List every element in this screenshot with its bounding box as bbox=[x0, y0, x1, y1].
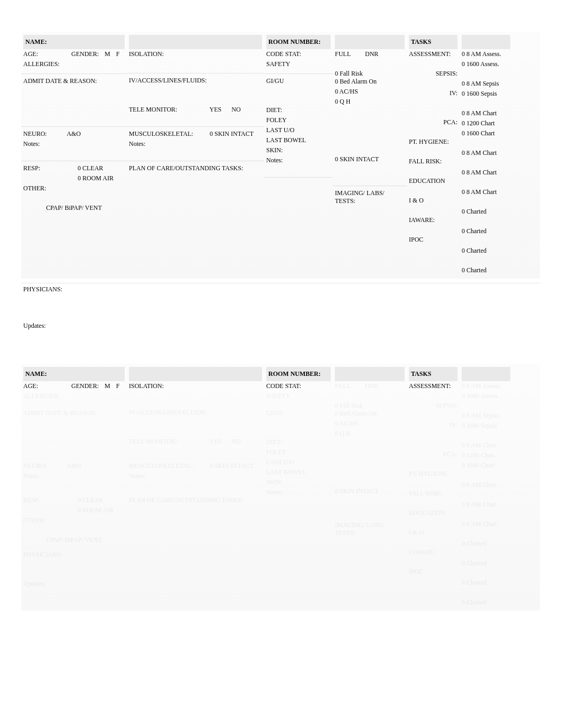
gender-f-option-2[interactable]: F bbox=[116, 382, 120, 390]
center-column: ROOM NUMBER: CODE STAT: SAFETY GI/GU DIE… bbox=[264, 32, 333, 279]
code-full-option[interactable]: FULL bbox=[335, 50, 351, 58]
iv-8am[interactable]: 0 8 AM Chart bbox=[462, 108, 510, 118]
iv-access-label: IV/ACCESS/LINES/FLUIDS: bbox=[129, 76, 262, 86]
assessment-label: ASSESSMENT: bbox=[409, 49, 457, 59]
last-bowel-label: LAST BOWEL bbox=[266, 135, 331, 145]
imaging-label-2: IMAGING/ LABS/ TESTS: bbox=[335, 520, 405, 538]
iaware-label: IAWARE: bbox=[409, 215, 457, 225]
assess-1600[interactable]: 0 1600 Assess. bbox=[462, 59, 510, 69]
neuro-label: NEURO: bbox=[23, 130, 66, 138]
iv12-2: 0 1200 Chart bbox=[462, 450, 510, 460]
room-number-label-2: ROOM NUMBER: bbox=[266, 367, 331, 381]
musculo-skin-intact[interactable]: 0 SKIN INTACT bbox=[210, 130, 254, 137]
tasks-header-2: TASKS bbox=[409, 367, 457, 381]
achs-2: 0 AC/HS bbox=[335, 419, 405, 429]
tasks-status-column: 0 8 AM Assess. 0 1600 Assess. 0 8 AM Sep… bbox=[460, 32, 512, 279]
iv-task-label: IV: bbox=[409, 88, 457, 98]
assessment-label-2: ASSESSMENT: bbox=[409, 381, 457, 391]
last-uo-label: LAST U/O bbox=[266, 125, 331, 135]
resp-roomair-2: 0 ROOM AIR bbox=[78, 506, 114, 514]
foley-label-2: FOLEY bbox=[266, 447, 331, 457]
physicians-label-2: PHYSICIANS: bbox=[23, 550, 125, 560]
sepsis-8am[interactable]: 0 8 AM Sepsis bbox=[462, 79, 510, 89]
fallrisk-8am[interactable]: 0 8 AM Chart bbox=[462, 187, 510, 197]
tele-no-option[interactable]: NO bbox=[231, 106, 240, 113]
sepsis-label: SEPSIS: bbox=[409, 69, 457, 79]
assess16-2: 0 1600 Assess. bbox=[462, 391, 510, 401]
iv-1200[interactable]: 0 1200 Chart bbox=[462, 118, 510, 128]
tele-label-2: TELE MONITOR: bbox=[129, 438, 208, 446]
diet-label-2: DIET: bbox=[266, 437, 331, 447]
ipoc-label-2: IPOC bbox=[409, 567, 457, 577]
musculo-notes-label: Notes: bbox=[129, 139, 262, 149]
dnr-2: DNR bbox=[365, 382, 378, 390]
gender-m-option-2[interactable]: M bbox=[105, 382, 110, 390]
resp-roomair-option[interactable]: 0 ROOM AIR bbox=[78, 174, 114, 182]
gender-m-option[interactable]: M bbox=[105, 50, 110, 58]
iaware-label-2: IAWARE: bbox=[409, 547, 457, 557]
name-label: NAME: bbox=[23, 35, 125, 49]
lastuo-label-2: LAST U/O bbox=[266, 457, 331, 467]
resp-clear-option[interactable]: 0 CLEAR bbox=[78, 164, 103, 172]
skin-intact-2: 0 SKIN INTACT bbox=[335, 486, 405, 496]
education-charted[interactable]: 0 Charted bbox=[462, 207, 510, 217]
skin-label: SKIN: bbox=[266, 145, 331, 155]
updates-label: Updates: bbox=[23, 322, 46, 329]
updates-row: Updates: bbox=[21, 320, 540, 332]
gender-f-option[interactable]: F bbox=[116, 50, 120, 58]
safety-label: SAFETY bbox=[266, 59, 331, 69]
resp-label-2: RESP: bbox=[23, 496, 76, 504]
admit-label: ADMIT DATE & REASON: bbox=[23, 76, 125, 86]
pthygiene-label-2: PT. HYGIENE: bbox=[409, 469, 457, 479]
bed-alarm-option[interactable]: 0 Bed Alarm On bbox=[335, 77, 405, 87]
iv8-2: 0 8 AM Chart bbox=[462, 440, 510, 450]
mid-column: ISOLATION: IV/ACCESS/LINES/FLUIDS: TELE … bbox=[127, 32, 264, 279]
isolation-label: ISOLATION: bbox=[129, 49, 262, 59]
io-2: 0 Charted bbox=[462, 558, 510, 568]
pca-8am[interactable]: 0 8 AM Chart bbox=[462, 148, 510, 158]
cpap-label: CPAP/ BiPAP/ VENT bbox=[23, 203, 125, 213]
hyg8-2: 0 8 AM Chart bbox=[462, 500, 510, 510]
bedalarm-2: 0 Bed Alarm On bbox=[335, 409, 405, 419]
achs-option[interactable]: 0 AC/HS bbox=[335, 87, 405, 97]
ipoc-2: 0 Charted bbox=[462, 597, 510, 607]
assess-8am[interactable]: 0 8 AM Assess. bbox=[462, 49, 510, 59]
neuro-notes-label: Notes: bbox=[23, 139, 125, 149]
education-label-2: EDUCATION bbox=[409, 508, 457, 518]
imaging-labs-label: IMAGING/ LABS/ TESTS: bbox=[335, 188, 405, 206]
io-charted[interactable]: 0 Charted bbox=[462, 226, 510, 236]
patient-card-placeholder: NAME: AGE: GENDER: M F ALLERGIES: ADMIT … bbox=[21, 364, 540, 611]
iv16-2: 0 1600 Chart bbox=[462, 460, 510, 471]
fall-risk-task-label: FALL RISK: bbox=[409, 156, 457, 167]
tasks-header: TASKS bbox=[409, 35, 457, 49]
other-label-2: OTHER: bbox=[23, 515, 125, 526]
pt-hygiene-label: PT. HYGIENE: bbox=[409, 137, 457, 147]
left-column: NAME: AGE: GENDER: M F ALLERGIES: ADMIT … bbox=[21, 32, 127, 279]
tele-yes-option[interactable]: YES bbox=[210, 106, 222, 113]
hygiene-8am[interactable]: 0 8 AM Chart bbox=[462, 168, 510, 178]
iaware-charted[interactable]: 0 Charted bbox=[462, 246, 510, 256]
diet-label: DIET: bbox=[266, 105, 331, 115]
edu-2: 0 Charted bbox=[462, 539, 510, 549]
musculo-skin-2: 0 SKIN INTACT bbox=[210, 462, 254, 469]
qh-option[interactable]: 0 Q H bbox=[335, 97, 405, 107]
allergies-label-2: ALLERGIES: bbox=[23, 391, 125, 401]
patient-card: NAME: AGE: GENDER: M F ALLERGIES: ADMIT … bbox=[21, 32, 540, 279]
ipoc-charted[interactable]: 0 Charted bbox=[462, 265, 510, 275]
qh-2: 0 Q H bbox=[335, 429, 405, 439]
isolation-label-2: ISOLATION: bbox=[129, 381, 262, 391]
skin-label-2: SKIN: bbox=[266, 477, 331, 487]
neuro-notes-2: Notes: bbox=[23, 471, 125, 481]
admit-label-2: ADMIT DATE & REASON: bbox=[23, 408, 125, 418]
gender-label-2: GENDER: bbox=[71, 382, 99, 390]
age-label-2: AGE: bbox=[23, 382, 38, 390]
code-dnr-option[interactable]: DNR bbox=[365, 50, 378, 58]
code-stat-label: CODE STAT: bbox=[266, 49, 331, 59]
sepsis-1600[interactable]: 0 1600 Sepsis bbox=[462, 89, 510, 99]
io-label: I & O bbox=[409, 196, 457, 206]
ipoc-label: IPOC bbox=[409, 235, 457, 245]
iaware-2: 0 Charted bbox=[462, 578, 510, 588]
iv-access-label-2: IV/ACCESS/LINES/FLUIDS: bbox=[129, 408, 262, 418]
iv-1600[interactable]: 0 1600 Chart bbox=[462, 128, 510, 139]
skin-intact-option[interactable]: 0 SKIN INTACT bbox=[335, 154, 405, 164]
